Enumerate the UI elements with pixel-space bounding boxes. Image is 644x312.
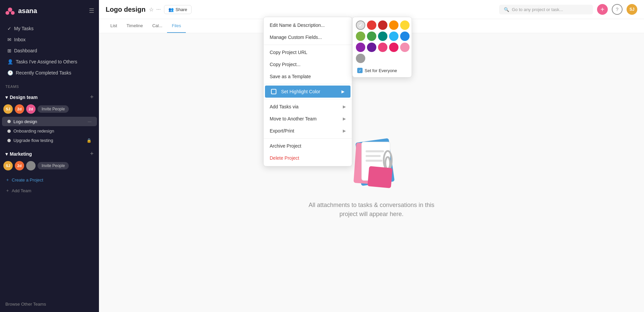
- color-swatch-dark-red[interactable]: [378, 20, 387, 30]
- avatar-2d-2: 2d: [26, 104, 36, 114]
- browse-other-teams[interactable]: Browse Other Teams: [0, 297, 99, 312]
- menu-item-save-template[interactable]: Save as a Template: [264, 70, 352, 83]
- color-swatch-light-blue[interactable]: [389, 32, 398, 41]
- menu-item-archive[interactable]: Archive Project: [264, 140, 352, 152]
- submenu-chevron-3: ▶: [343, 116, 346, 121]
- color-swatch-blue[interactable]: [400, 32, 410, 41]
- tab-calendar[interactable]: Cal...: [148, 19, 167, 33]
- color-swatch-gray[interactable]: [356, 54, 365, 63]
- create-project-button[interactable]: ＋ Create a Project: [0, 174, 99, 185]
- sidebar-item-tasks-assigned[interactable]: 👤 Tasks I've Assigned to Others: [2, 56, 97, 67]
- team-design-name: ▾ Design team: [5, 95, 38, 100]
- share-button[interactable]: 👥 Share: [164, 5, 192, 14]
- color-swatch-light-green[interactable]: [356, 32, 365, 41]
- project-more-icon[interactable]: ···: [88, 119, 92, 124]
- search-icon: 🔍: [504, 7, 509, 12]
- menu-item-add-tasks[interactable]: Add Tasks via ▶: [264, 101, 352, 113]
- team-marketing-members: SJ 2d Invite People: [0, 160, 99, 173]
- team-expand-icon-2: ▾: [5, 151, 8, 157]
- avatar-sj-2: SJ: [3, 161, 13, 170]
- project-dot: [7, 120, 11, 123]
- project-item-onboarding[interactable]: Onboarding redesign: [2, 126, 97, 136]
- tab-files[interactable]: Files: [167, 19, 185, 33]
- color-swatch-yellow[interactable]: [400, 20, 410, 30]
- invite-people-marketing-button[interactable]: Invite People: [38, 162, 69, 169]
- menu-item-move-team[interactable]: Move to Another Team ▶: [264, 113, 352, 125]
- add-button[interactable]: +: [597, 4, 608, 15]
- color-swatch-purple[interactable]: [356, 43, 365, 52]
- set-for-everyone[interactable]: ✓ Set for Everyone: [356, 66, 408, 74]
- sidebar-item-my-tasks[interactable]: ✓ My Tasks: [2, 23, 97, 34]
- menu-item-manage-fields[interactable]: Manage Custom Fields...: [264, 31, 352, 43]
- asana-logo-icon: [5, 5, 15, 16]
- team-marketing: ▾ Marketing + SJ 2d Invite People: [0, 147, 99, 174]
- menu-item-delete[interactable]: Delete Project: [264, 152, 352, 164]
- submenu-chevron: ▶: [341, 89, 344, 94]
- more-options-icon[interactable]: ···: [156, 6, 161, 12]
- menu-item-edit-name[interactable]: Edit Name & Description...: [264, 19, 352, 31]
- sidebar-item-recently-completed[interactable]: 🕐 Recently Completed Tasks: [2, 67, 97, 78]
- project-item-logo-design[interactable]: Logo design ···: [2, 117, 97, 126]
- menu-item-export-print[interactable]: Export/Print ▶: [264, 125, 352, 137]
- menu-divider-4: [264, 138, 352, 139]
- menu-divider-1: [264, 45, 352, 45]
- svg-point-0: [8, 7, 12, 12]
- color-picker-popup: ✓ Set for Everyone: [352, 17, 412, 77]
- set-for-everyone-checkbox: ✓: [357, 68, 363, 73]
- color-swatch-rose[interactable]: [400, 43, 410, 52]
- svg-rect-8: [366, 160, 382, 162]
- menu-item-copy-project[interactable]: Copy Project...: [264, 58, 352, 70]
- team-design-header[interactable]: ▾ Design team +: [0, 91, 99, 103]
- color-swatch-teal[interactable]: [378, 32, 387, 41]
- color-swatch-orange[interactable]: [389, 20, 398, 30]
- color-grid: [356, 20, 408, 63]
- sidebar: asana ☰ ✓ My Tasks ✉ Inbox ⊞ Dashboard 👤…: [0, 0, 99, 312]
- help-button[interactable]: ?: [612, 4, 623, 15]
- team-design-add-button[interactable]: +: [90, 94, 94, 101]
- submenu-chevron-4: ▶: [343, 128, 346, 133]
- project-item-upgrade-flow[interactable]: Upgrade flow testing 🔒: [2, 136, 97, 145]
- highlight-checkbox: [271, 89, 276, 94]
- tasks-assigned-icon: 👤: [7, 59, 13, 64]
- asana-logo: asana: [5, 5, 37, 16]
- share-icon: 👥: [168, 7, 174, 12]
- color-swatch-pink-light[interactable]: [378, 43, 387, 52]
- color-swatch-red[interactable]: [367, 20, 376, 30]
- color-swatch-none[interactable]: [356, 20, 365, 30]
- team-marketing-header[interactable]: ▾ Marketing +: [0, 148, 99, 160]
- menu-item-set-highlight[interactable]: Set Highlight Color ▶: [265, 86, 351, 98]
- user-avatar[interactable]: SJ: [627, 4, 637, 15]
- avatar-2d: 2d: [15, 104, 24, 114]
- avatar-sj: SJ: [3, 104, 13, 114]
- tab-timeline[interactable]: Timeline: [122, 19, 148, 33]
- my-tasks-icon: ✓: [7, 26, 11, 31]
- collapse-sidebar-button[interactable]: ☰: [89, 7, 94, 14]
- sidebar-item-dashboard[interactable]: ⊞ Dashboard: [2, 45, 97, 56]
- svg-point-1: [5, 11, 9, 15]
- asana-logo-text: asana: [18, 7, 37, 15]
- menu-divider-2: [264, 84, 352, 84]
- add-team-button[interactable]: ＋ Add Team: [0, 185, 99, 196]
- lock-icon: 🔒: [87, 138, 92, 143]
- color-swatch-pink[interactable]: [389, 43, 398, 52]
- invite-people-design-button[interactable]: Invite People: [38, 105, 69, 113]
- tab-list[interactable]: List: [106, 19, 122, 33]
- project-dot-3: [7, 139, 11, 142]
- color-swatch-deep-purple[interactable]: [367, 43, 376, 52]
- sidebar-item-inbox[interactable]: ✉ Inbox: [2, 34, 97, 45]
- search-bar[interactable]: 🔍 Go to any project or task...: [499, 5, 593, 14]
- star-icon[interactable]: ☆: [149, 6, 154, 13]
- team-marketing-add-button[interactable]: +: [90, 150, 94, 157]
- menu-divider-3: [264, 99, 352, 99]
- sidebar-nav: ✓ My Tasks ✉ Inbox ⊞ Dashboard 👤 Tasks I…: [0, 21, 99, 80]
- main-header: Logo design ☆ ··· 👥 Share 🔍 Go to any pr…: [99, 0, 644, 19]
- avatar-2d-3: 2d: [15, 161, 24, 170]
- svg-rect-6: [366, 150, 384, 152]
- avatar-gray: [26, 161, 36, 170]
- svg-rect-11: [367, 166, 392, 188]
- svg-rect-7: [366, 155, 381, 157]
- header-right: 🔍 Go to any project or task... + ? SJ: [499, 4, 637, 15]
- color-swatch-green[interactable]: [367, 32, 376, 41]
- menu-item-copy-url[interactable]: Copy Project URL: [264, 46, 352, 58]
- main-content-area: Logo design ☆ ··· 👥 Share 🔍 Go to any pr…: [99, 0, 644, 312]
